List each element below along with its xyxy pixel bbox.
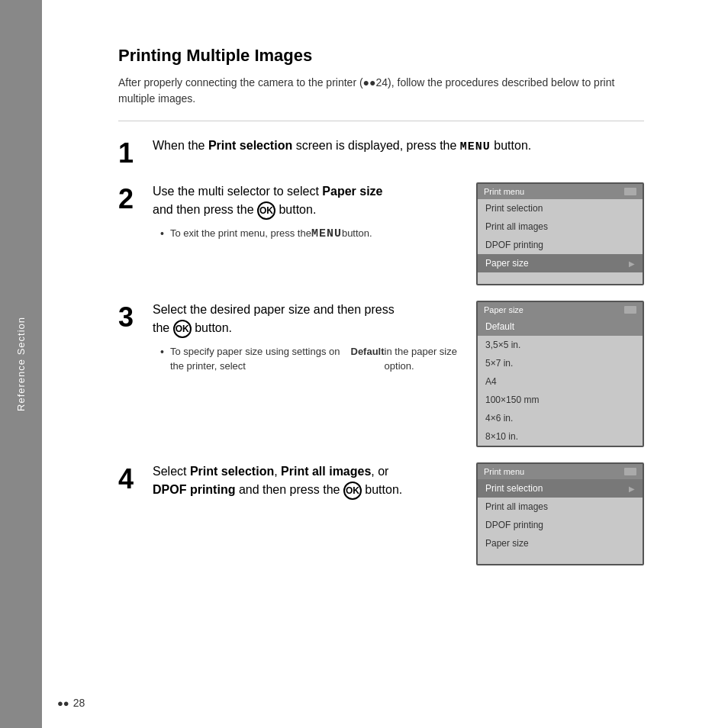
step-4-screen-title: Print menu bbox=[484, 467, 524, 476]
step-2-bold: Paper size bbox=[322, 185, 382, 198]
step-2-item-1[interactable]: Print selection bbox=[478, 199, 643, 217]
intro-text: After properly connecting the camera to … bbox=[118, 75, 644, 107]
footer-page-number: 28 bbox=[73, 697, 85, 709]
step-4-battery-icon bbox=[624, 468, 636, 475]
step-4-screen-body: Print selection Print all images DPOF pr… bbox=[478, 479, 643, 564]
step-2: 2 Use the multi selector to select Paper… bbox=[118, 182, 644, 285]
step-2-number: 2 bbox=[118, 182, 153, 213]
step-3-content: Select the desired paper size and then p… bbox=[153, 301, 461, 374]
step-2-content: Use the multi selector to select Paper s… bbox=[153, 182, 461, 243]
step-3-item-100x150[interactable]: 100×150 mm bbox=[478, 391, 643, 409]
step-3-screen-header: Paper size bbox=[478, 302, 643, 317]
step-3-screen-body: Default 3,5×5 in. 5×7 in. A4 100×150 mm … bbox=[478, 317, 643, 446]
step-3-bullet-1: To specify paper size using settings on … bbox=[160, 344, 461, 374]
step-2-bullet-1: To exit the print menu, press the MENU b… bbox=[160, 226, 461, 243]
step-4-spacer bbox=[478, 552, 643, 564]
step-3-item-35x5[interactable]: 3,5×5 in. bbox=[478, 336, 643, 354]
step-1-menu: MENU bbox=[460, 140, 491, 153]
page: Reference Section Printing Multiple Imag… bbox=[0, 0, 728, 728]
step-4: 4 Select Print selection, Print all imag… bbox=[118, 462, 644, 565]
step-2-item-2[interactable]: Print all images bbox=[478, 217, 643, 236]
step-2-item-4[interactable]: Paper size bbox=[478, 254, 643, 272]
ok-button-2: OK bbox=[257, 201, 275, 220]
step-3: 3 Select the desired paper size and then… bbox=[118, 301, 644, 447]
step-3-default-bold: Default bbox=[351, 344, 385, 359]
step-3-item-4x6[interactable]: 4×6 in. bbox=[478, 409, 643, 427]
step-3-screen: Paper size Default 3,5×5 in. 5×7 in. A4 … bbox=[476, 301, 644, 447]
step-3-item-a4[interactable]: A4 bbox=[478, 372, 643, 391]
ok-button-3: OK bbox=[173, 320, 192, 338]
step-3-battery-icon bbox=[624, 306, 636, 314]
step-3-number: 3 bbox=[118, 301, 153, 331]
step-4-bold3: DPOF printing bbox=[153, 483, 235, 496]
step-4-screen-header: Print menu bbox=[478, 464, 643, 479]
step-3-left: 3 Select the desired paper size and then… bbox=[118, 301, 461, 389]
step-1-text: When the Print selection screen is displ… bbox=[153, 137, 644, 156]
step-2-inner: 2 Use the multi selector to select Paper… bbox=[118, 182, 461, 243]
step-4-left: 4 Select Print selection, Print all imag… bbox=[118, 462, 461, 515]
step-3-text: Select the desired paper size and then p… bbox=[153, 301, 461, 338]
step-2-item-3[interactable]: DPOF printing bbox=[478, 236, 643, 254]
step-4-bold2: Print all images bbox=[281, 465, 371, 478]
step-4-item-1[interactable]: Print selection bbox=[478, 479, 643, 498]
step-4-text: Select Print selection, Print all images… bbox=[153, 462, 461, 500]
step-1-bold: Print selection bbox=[208, 139, 292, 152]
step-2-text: Use the multi selector to select Paper s… bbox=[153, 182, 461, 220]
page-title: Printing Multiple Images bbox=[118, 46, 644, 66]
main-content: Printing Multiple Images After properly … bbox=[88, 23, 682, 604]
step-4-inner: 4 Select Print selection, Print all imag… bbox=[118, 462, 461, 500]
page-footer: ●● 28 bbox=[57, 697, 85, 709]
step-4-item-4[interactable]: Paper size bbox=[478, 534, 643, 552]
step-2-screen-body: Print selection Print all images DPOF pr… bbox=[478, 199, 643, 284]
step-4-bold1: Print selection bbox=[190, 465, 274, 478]
step-1-number: 1 bbox=[118, 137, 153, 167]
step-2-screen: Print menu Print selection Print all ima… bbox=[476, 182, 644, 285]
step-3-bullets: To specify paper size using settings on … bbox=[160, 344, 461, 374]
step-4-screen-container: Print menu Print selection Print all ima… bbox=[476, 462, 644, 565]
step-4-item-3[interactable]: DPOF printing bbox=[478, 516, 643, 534]
step-2-screen-title: Print menu bbox=[484, 187, 524, 196]
step-3-inner: 3 Select the desired paper size and then… bbox=[118, 301, 461, 374]
step-2-screen-header: Print menu bbox=[478, 184, 643, 199]
step-3-screen-title: Paper size bbox=[484, 305, 523, 314]
step-3-item-8x10[interactable]: 8×10 in. bbox=[478, 427, 643, 446]
step-2-spacer bbox=[478, 272, 643, 284]
step-4-content: Select Print selection, Print all images… bbox=[153, 462, 461, 500]
step-2-battery-icon bbox=[624, 188, 636, 195]
sidebar-label: Reference Section bbox=[15, 317, 27, 411]
section-divider bbox=[118, 121, 644, 121]
sidebar: Reference Section bbox=[0, 0, 42, 728]
footer-camera-icon: ●● bbox=[57, 697, 69, 709]
step-4-item-2[interactable]: Print all images bbox=[478, 498, 643, 516]
step-2-menu-ref: MENU bbox=[311, 226, 342, 243]
step-1: 1 When the Print selection screen is dis… bbox=[118, 137, 644, 167]
step-3-screen-container: Paper size Default 3,5×5 in. 5×7 in. A4 … bbox=[476, 301, 644, 447]
ok-button-4: OK bbox=[343, 482, 362, 500]
step-2-bullets: To exit the print menu, press the MENU b… bbox=[160, 226, 461, 243]
step-2-screen-container: Print menu Print selection Print all ima… bbox=[476, 182, 644, 285]
step-2-left: 2 Use the multi selector to select Paper… bbox=[118, 182, 461, 258]
step-3-item-default[interactable]: Default bbox=[478, 317, 643, 336]
step-4-screen: Print menu Print selection Print all ima… bbox=[476, 462, 644, 565]
step-3-item-5x7[interactable]: 5×7 in. bbox=[478, 354, 643, 372]
step-4-number: 4 bbox=[118, 462, 153, 493]
step-1-content: When the Print selection screen is displ… bbox=[153, 137, 644, 156]
